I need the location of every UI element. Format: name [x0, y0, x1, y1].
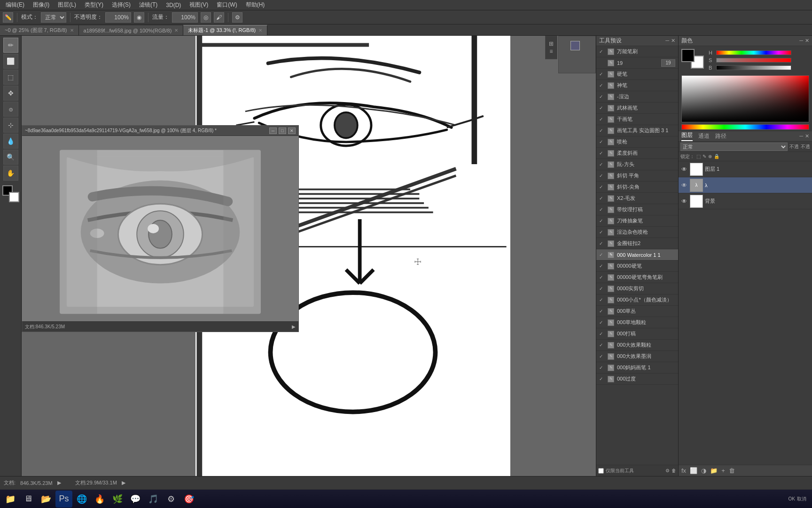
secondary-canvas-area[interactable]: 文档:846.3K/5.23M ▶	[22, 136, 298, 332]
hue-slider[interactable]	[716, 50, 791, 55]
group-layers-icon[interactable]: 📁	[710, 467, 718, 474]
flow-toggle-icon[interactable]: ◎	[201, 12, 211, 23]
brush-item-21[interactable]: ✓✎0000实剪切	[596, 283, 678, 294]
layer-item-1[interactable]: 👁 λ λ	[679, 177, 812, 193]
layer-list[interactable]: 👁 图层 1 👁 λ λ 👁 背景	[679, 161, 812, 465]
brush-item-18[interactable]: ✓✎000 Watercolor 1 1	[596, 249, 678, 261]
blend-mode-select[interactable]: 正常	[41, 12, 66, 23]
foreground-background-colors[interactable]	[2, 185, 19, 202]
brush-item-3[interactable]: ✓✎神笔	[596, 80, 678, 91]
adjustment-layer-icon[interactable]: ◑	[701, 467, 706, 474]
brush-item-23[interactable]: ✓✎000草丛	[596, 306, 678, 317]
canvas-tool-options[interactable]: ⊞ ≡	[545, 36, 557, 59]
menu-view[interactable]: 视图(V)	[186, 0, 212, 10]
menu-window[interactable]: 窗口(W)	[213, 0, 241, 10]
layer-0-eye[interactable]: 👁	[680, 166, 688, 173]
brush-size-1[interactable]	[661, 59, 675, 67]
brush-item-12[interactable]: ✓✎斜切-尖角	[596, 182, 678, 193]
taskbar-chat-icon[interactable]: 💬	[127, 491, 144, 508]
maximize-button[interactable]: □	[279, 127, 286, 134]
taskbar-browser-icon[interactable]: 🌐	[73, 491, 90, 508]
tab-layers[interactable]: 图层	[681, 131, 693, 141]
brush-item-24[interactable]: ✓✎000草地颗粒	[596, 317, 678, 328]
taskbar-fire-icon[interactable]: 🔥	[91, 491, 108, 508]
brush-item-8[interactable]: ✓✎喷枪	[596, 136, 678, 148]
brush-settings-icon[interactable]: ⚙	[232, 12, 242, 23]
brush-item-4[interactable]: ✓✎-渲边	[596, 91, 678, 103]
brush-item-0[interactable]: ✓✎万能笔刷	[596, 46, 678, 57]
foreground-swatch[interactable]	[681, 49, 695, 62]
delete-layer-icon[interactable]: 🗑	[729, 467, 735, 474]
tab-channels[interactable]: 通道	[698, 132, 710, 140]
brush-item-29[interactable]: ✓✎000过度	[596, 373, 678, 385]
status-arrow[interactable]: ▶	[57, 480, 61, 486]
menu-filter[interactable]: 滤镜(T)	[135, 0, 161, 10]
brush-item-28[interactable]: ✓✎000妈妈画笔 1	[596, 362, 678, 373]
brush-item-16[interactable]: ✓✎渲边杂色喷枪	[596, 227, 678, 238]
lock-position-icon[interactable]: ⊕	[708, 154, 712, 159]
brush-item-22[interactable]: ✓✎0000小点*（颜色减淡）	[596, 294, 678, 306]
canvas-option-2[interactable]: ≡	[549, 48, 553, 55]
brush-item-26[interactable]: ✓✎000大效果颗粒	[596, 340, 678, 351]
crop-tool-btn[interactable]: ⊹	[3, 118, 18, 133]
color-panel-close[interactable]: ✕	[805, 38, 809, 44]
brush-item-27[interactable]: ✓✎000大效果墨润	[596, 351, 678, 362]
taskbar-app2-icon[interactable]: 🎯	[180, 491, 197, 508]
lasso-tool-btn[interactable]: ⌾	[3, 102, 18, 117]
layers-collapse-icon[interactable]: ─	[799, 133, 803, 139]
flow-input[interactable]	[172, 12, 198, 23]
brush-item-7[interactable]: ✓✎画笔工具 实边圆图 3 1	[596, 125, 678, 136]
brush-tool-icon[interactable]: ✏️	[3, 12, 13, 23]
brush-item-1[interactable]: ✎19	[596, 57, 678, 69]
tab-paths[interactable]: 路径	[715, 132, 726, 140]
layer-item-0[interactable]: 👁 图层 1	[679, 161, 812, 177]
tab-1[interactable]: a189589f...fw658.jpg @ 100%(RGB/8) ✕	[79, 25, 184, 35]
brush-item-13[interactable]: ✓✎X2-毛发	[596, 193, 678, 204]
brush-item-9[interactable]: ✓✎柔度斜画	[596, 148, 678, 159]
lock-all-icon[interactable]: 🔒	[714, 154, 719, 159]
gear-icon[interactable]: ⚙	[665, 468, 670, 473]
fg-bg-swatches[interactable]	[681, 49, 704, 69]
select-tool-btn[interactable]: ⬚	[3, 70, 18, 85]
menu-edit[interactable]: 编辑(E)	[2, 0, 28, 10]
menu-select[interactable]: 选择(S)	[108, 0, 134, 10]
taskbar-monitor-icon[interactable]: 🖥	[20, 491, 37, 508]
taskbar-folder-icon[interactable]: 📁	[2, 491, 19, 508]
brush-item-20[interactable]: ✓✎00000硬笔弯角笔刷	[596, 272, 678, 283]
layer-2-eye[interactable]: 👁	[680, 198, 688, 205]
taskbar-ps-icon[interactable]: Ps	[55, 491, 72, 508]
menu-image[interactable]: 图像(I)	[29, 0, 53, 10]
color-spectrum-bar[interactable]	[681, 124, 809, 130]
brush-item-15[interactable]: ✓✎刀锋抽象笔	[596, 215, 678, 227]
taskbar-app1-icon[interactable]: ⚙	[163, 491, 180, 508]
brightness-slider[interactable]	[716, 65, 791, 70]
airbrush-icon[interactable]: 🖌	[214, 12, 224, 23]
zoom-tool-btn[interactable]: 🔍	[3, 150, 18, 165]
brush-item-17[interactable]: ✓✎金圈钮扣2	[596, 238, 678, 249]
lock-pixels-icon[interactable]: ✎	[703, 154, 706, 159]
brush-item-5[interactable]: ✓✎武林画笔	[596, 103, 678, 114]
layer-blend-select[interactable]: 正常	[680, 143, 788, 151]
eraser-tool-btn[interactable]: ⬜	[3, 54, 18, 69]
taskbar-files-icon[interactable]: 📂	[38, 491, 55, 508]
menu-layer[interactable]: 图层(L)	[54, 0, 80, 10]
background-color[interactable]	[9, 192, 19, 202]
lock-transparent-icon[interactable]: ⬚	[696, 154, 701, 159]
layers-close-icon[interactable]: ✕	[805, 133, 809, 139]
brush-item-19[interactable]: ✓✎00000硬笔	[596, 261, 678, 272]
menu-type[interactable]: 类型(Y)	[81, 0, 107, 10]
add-mask-icon[interactable]: ⬜	[690, 467, 697, 474]
layer-item-2[interactable]: 👁 背景	[679, 193, 812, 209]
opacity-input[interactable]	[105, 12, 131, 23]
brush-item-14[interactable]: ✓✎带纹理打稿	[596, 204, 678, 215]
secondary-arrow[interactable]: ▶	[292, 324, 296, 329]
taskbar-music-icon[interactable]: 🎵	[145, 491, 162, 508]
taskbar-green-icon[interactable]: 🌿	[109, 491, 126, 508]
opacity-toggle-icon[interactable]: ◉	[134, 12, 144, 23]
tool-presets-close[interactable]: ✕	[671, 38, 675, 44]
brush-item-25[interactable]: ✓✎000打稿	[596, 328, 678, 340]
brush-item-11[interactable]: ✓✎斜切 平角	[596, 170, 678, 182]
move-tool-btn[interactable]: ✥	[3, 86, 18, 101]
tab-0[interactable]: ~0 @ 25% (图层 7, RGB/8) ✕	[0, 25, 79, 35]
tab-2-close[interactable]: ✕	[258, 28, 262, 33]
